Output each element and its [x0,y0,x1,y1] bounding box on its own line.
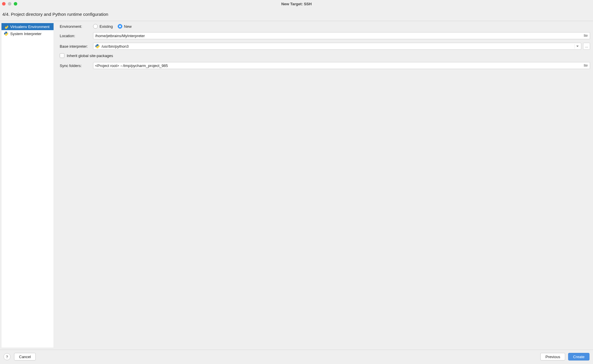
sync-folders-row: Sync folders: <Project root>→/tmp/pychar… [60,62,590,69]
sidebar-item-virtualenv[interactable]: Virtualenv Environment [1,23,54,30]
minimize-window-button[interactable] [8,2,11,6]
base-interpreter-field-wrap: /usr/bin/python3 ... [93,43,590,50]
radio-existing[interactable]: Existing [93,24,113,29]
base-interpreter-row: Base interpreter: /usr/bin/python3 ... [60,43,590,50]
python-icon [95,44,100,49]
inherit-global-checkbox[interactable] [60,53,64,58]
help-icon: ? [6,355,8,359]
base-interpreter-combobox[interactable]: /usr/bin/python3 [93,43,581,50]
form-panel: Environment: Existing New Location: /ho [56,21,593,350]
base-interpreter-label: Base interpreter: [60,44,93,49]
previous-button-label: Previous [545,355,560,359]
create-button[interactable]: Create [568,353,589,360]
inherit-global-label: Inherit global site-packages [67,54,113,58]
chevron-down-icon [575,44,580,49]
folder-open-icon[interactable] [583,63,588,68]
sync-folders-input[interactable]: <Project root>→/tmp/pycharm_project_985 [93,62,590,69]
location-label: Location: [60,34,93,38]
window-title: New Target: SSH [0,2,593,6]
maximize-window-button[interactable] [14,2,17,6]
help-button[interactable]: ? [4,353,11,360]
radio-existing-label: Existing [100,24,113,29]
inherit-global-row: Inherit global site-packages [60,53,590,58]
python-virtualenv-icon [4,24,8,29]
location-input[interactable]: /home/jetbrains/MyInterpreter [93,32,590,39]
previous-button[interactable]: Previous [540,353,565,360]
cancel-button-label: Cancel [19,355,31,359]
folder-open-icon[interactable] [583,33,588,38]
window-controls [2,2,17,6]
radio-new[interactable]: New [118,24,132,29]
cancel-button[interactable]: Cancel [14,353,36,360]
main-content: Virtualenv Environment System Interprete… [0,21,593,350]
base-interpreter-value: /usr/bin/python3 [102,44,575,49]
environment-row: Environment: Existing New [60,24,590,29]
radio-circle-icon [118,24,122,29]
dialog-footer: ? Cancel Previous Create [0,350,593,364]
create-button-label: Create [573,355,585,359]
sync-folders-label: Sync folders: [60,63,93,68]
sidebar-item-label: System Interpreter [10,32,42,36]
radio-new-label: New [124,24,132,29]
sidebar-item-label: Virtualenv Environment [10,25,49,29]
dialog-window: New Target: SSH 4/4. Project directory a… [0,0,593,364]
python-icon [4,31,8,36]
location-row: Location: /home/jetbrains/MyInterpreter [60,32,590,39]
interpreter-type-sidebar: Virtualenv Environment System Interprete… [1,23,54,348]
titlebar: New Target: SSH [0,0,593,8]
location-value: /home/jetbrains/MyInterpreter [95,34,145,38]
sidebar-item-system-interpreter[interactable]: System Interpreter [1,30,54,37]
environment-radio-group: Existing New [93,24,132,29]
radio-circle-icon [93,24,98,29]
wizard-step-title: 4/4. Project directory and Python runtim… [0,8,593,21]
sync-folders-value: <Project root>→/tmp/pycharm_project_985 [95,63,168,68]
environment-label: Environment: [60,24,93,29]
close-window-button[interactable] [2,2,6,6]
base-interpreter-browse-button[interactable]: ... [583,43,590,50]
ellipsis-icon: ... [585,44,588,48]
